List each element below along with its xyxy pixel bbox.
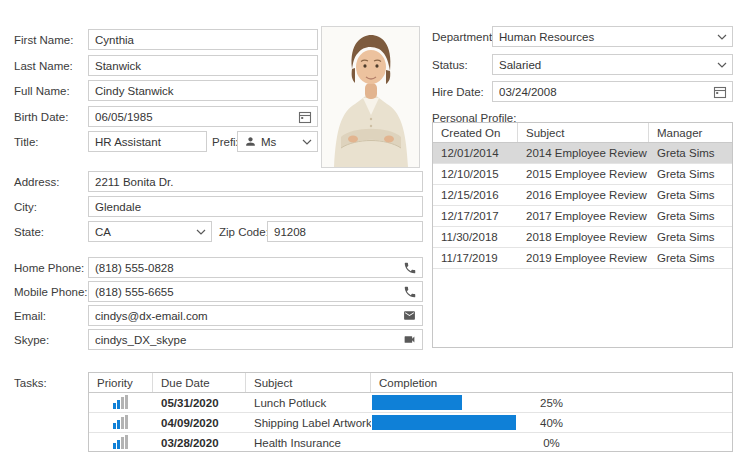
status-combo[interactable]: Salaried xyxy=(492,54,733,75)
column-header-subject[interactable]: Subject xyxy=(246,373,371,392)
full-name-input[interactable] xyxy=(88,80,318,101)
status-value: Salaried xyxy=(499,59,713,71)
skype-value[interactable] xyxy=(95,334,398,346)
full-name-value[interactable] xyxy=(95,85,312,97)
birth-date-value[interactable] xyxy=(95,111,294,123)
chevron-down-icon[interactable] xyxy=(196,229,206,235)
mobile-phone-value[interactable] xyxy=(95,286,399,298)
status-label: Status: xyxy=(432,54,468,75)
zip-input[interactable] xyxy=(267,221,423,242)
birth-date-label: Birth Date: xyxy=(14,106,68,127)
priority-cell xyxy=(89,433,153,453)
mobile-phone-input[interactable] xyxy=(88,281,423,302)
last-name-value[interactable] xyxy=(95,60,312,72)
department-label: Department: xyxy=(432,26,495,47)
skype-input[interactable] xyxy=(88,329,423,350)
title-input[interactable] xyxy=(88,131,207,152)
cell-created-on: 12/01/2014 xyxy=(433,143,518,163)
address-value[interactable] xyxy=(95,176,417,188)
priority-cell xyxy=(89,413,153,432)
hire-date-label: Hire Date: xyxy=(432,81,484,102)
first-name-value[interactable] xyxy=(95,34,312,46)
chevron-down-icon[interactable] xyxy=(717,34,727,40)
last-name-input[interactable] xyxy=(88,55,318,76)
completion-percent: 40% xyxy=(371,417,732,429)
department-combo[interactable]: Human Resources xyxy=(492,26,733,47)
hire-date-input[interactable] xyxy=(492,81,733,102)
cell-created-on: 11/30/2018 xyxy=(433,227,518,247)
profile-row[interactable]: 12/15/2016 2016 Employee Review Greta Si… xyxy=(433,185,732,206)
cell-due-date: 04/09/2020 xyxy=(153,413,246,432)
title-label: Title: xyxy=(14,131,39,152)
chevron-down-icon[interactable] xyxy=(302,139,312,145)
chevron-down-icon[interactable] xyxy=(717,62,727,68)
completion-cell: 40% xyxy=(371,413,732,432)
cell-created-on: 12/15/2016 xyxy=(433,185,518,205)
completion-percent: 25% xyxy=(371,397,732,409)
profile-row[interactable]: 11/30/2018 2018 Employee Review Greta Si… xyxy=(433,227,732,248)
task-row[interactable]: 05/31/2020 Lunch Potluck 25% xyxy=(89,393,732,413)
cell-subject: 2018 Employee Review xyxy=(518,227,649,247)
employee-photo[interactable] xyxy=(321,26,420,168)
column-header-due-date[interactable]: Due Date xyxy=(153,373,246,392)
calendar-icon[interactable] xyxy=(713,85,727,99)
task-row[interactable]: 03/28/2020 Health Insurance 0% xyxy=(89,433,732,453)
column-header-priority[interactable]: Priority xyxy=(89,373,153,392)
priority-medium-icon xyxy=(113,415,129,431)
cell-subject: Shipping Label Artwork xyxy=(246,413,371,432)
cell-manager: Greta Sims xyxy=(649,227,732,247)
profile-row[interactable]: 12/17/2017 2017 Employee Review Greta Si… xyxy=(433,206,732,227)
skype-label: Skype: xyxy=(14,329,49,350)
zip-value[interactable] xyxy=(274,226,417,238)
state-label: State: xyxy=(14,221,44,242)
column-header-completion[interactable]: Completion xyxy=(371,373,732,392)
city-value[interactable] xyxy=(95,201,417,213)
cell-subject: Health Insurance xyxy=(246,433,371,453)
phone-icon[interactable] xyxy=(403,285,417,299)
personal-profile-grid: Created On Subject Manager 12/01/2014 20… xyxy=(432,122,733,348)
cell-subject: 2017 Employee Review xyxy=(518,206,649,226)
full-name-label: Full Name: xyxy=(14,80,70,101)
address-label: Address: xyxy=(14,171,59,192)
portrait-image xyxy=(322,27,419,167)
cell-subject: Lunch Potluck xyxy=(246,393,371,412)
prefix-combo[interactable]: Ms xyxy=(237,131,318,152)
birth-date-input[interactable] xyxy=(88,106,318,127)
task-row[interactable]: 04/09/2020 Shipping Label Artwork 40% xyxy=(89,413,732,433)
cell-subject: 2015 Employee Review xyxy=(518,164,649,184)
email-value[interactable] xyxy=(95,310,398,322)
last-name-label: Last Name: xyxy=(14,55,73,76)
first-name-input[interactable] xyxy=(88,29,318,50)
profile-row[interactable]: 12/01/2014 2014 Employee Review Greta Si… xyxy=(433,143,732,164)
person-icon xyxy=(244,135,257,148)
department-value: Human Resources xyxy=(499,31,713,43)
video-camera-icon[interactable] xyxy=(402,333,417,346)
cell-manager: Greta Sims xyxy=(649,143,732,163)
cell-manager: Greta Sims xyxy=(649,248,732,268)
priority-medium-icon xyxy=(113,435,129,451)
column-header-manager[interactable]: Manager xyxy=(649,123,732,142)
cell-subject: 2016 Employee Review xyxy=(518,185,649,205)
column-header-subject[interactable]: Subject xyxy=(518,123,649,142)
profile-row[interactable]: 11/17/2019 2019 Employee Review Greta Si… xyxy=(433,248,732,269)
phone-icon[interactable] xyxy=(403,261,417,275)
home-phone-value[interactable] xyxy=(95,262,399,274)
cell-subject: 2014 Employee Review xyxy=(518,143,649,163)
address-input[interactable] xyxy=(88,171,423,192)
priority-cell xyxy=(89,393,153,412)
cell-due-date: 03/28/2020 xyxy=(153,433,246,453)
column-header-created-on[interactable]: Created On xyxy=(433,123,518,142)
calendar-icon[interactable] xyxy=(298,110,312,124)
profile-row[interactable]: 12/10/2015 2015 Employee Review Greta Si… xyxy=(433,164,732,185)
envelope-icon[interactable] xyxy=(402,309,417,322)
home-phone-input[interactable] xyxy=(88,257,423,278)
profile-grid-header: Created On Subject Manager xyxy=(433,123,732,143)
title-value[interactable] xyxy=(95,136,201,148)
first-name-label: First Name: xyxy=(14,29,73,50)
email-input[interactable] xyxy=(88,305,423,326)
city-input[interactable] xyxy=(88,196,423,217)
completion-percent: 0% xyxy=(371,437,732,449)
email-label: Email: xyxy=(14,305,46,326)
hire-date-value[interactable] xyxy=(499,86,709,98)
state-combo[interactable]: CA xyxy=(88,221,212,242)
